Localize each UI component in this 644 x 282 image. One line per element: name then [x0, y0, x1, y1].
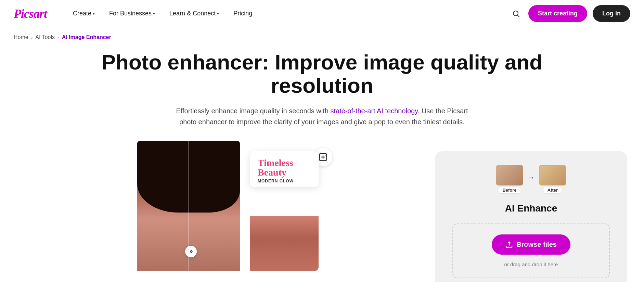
breadcrumb-separator-2: › — [57, 35, 59, 40]
left-panel: TimelessBeauty MODERN GLOW — [0, 141, 425, 271]
chevron-down-icon: ▾ — [93, 11, 95, 16]
chevron-down-icon: ▾ — [217, 11, 219, 16]
content-area: TimelessBeauty MODERN GLOW Before → Afte… — [0, 141, 644, 282]
highlight-text: state-of-the-art AI technology — [330, 107, 417, 115]
after-label: After — [543, 187, 562, 193]
nav-label-pricing: Pricing — [233, 10, 252, 17]
breadcrumb-home[interactable]: Home — [14, 34, 28, 40]
after-item: After — [539, 165, 566, 193]
drop-zone[interactable]: Browse files or drag and drop it here — [452, 223, 610, 278]
widget-title: AI Enhance — [505, 203, 557, 214]
upload-icon — [505, 241, 513, 248]
drop-text: or drag and drop it here — [504, 261, 558, 267]
nav-right: Start creating Log in — [509, 5, 630, 22]
enhance-icon — [318, 152, 328, 162]
nav-item-businesses[interactable]: For Businesses ▾ — [104, 7, 160, 20]
upload-widget: Before → After AI Enhance Browse files — [435, 151, 627, 282]
browse-files-button[interactable]: Browse files — [492, 234, 570, 255]
arrow-icon: → — [527, 173, 535, 182]
before-after-row: Before → After — [496, 165, 566, 193]
right-panel: Before → After AI Enhance Browse files — [425, 141, 644, 282]
breadcrumb: Home › AI Tools › AI Image Enhancer — [0, 27, 644, 44]
navbar: Picsart Create ▾ For Businesses ▾ Learn … — [0, 0, 644, 27]
overlay-card-subtitle: MODERN GLOW — [258, 179, 311, 183]
breadcrumb-separator-1: › — [31, 35, 33, 40]
overlay-card: TimelessBeauty MODERN GLOW — [250, 151, 319, 187]
chevron-down-icon: ▾ — [153, 11, 155, 16]
nav-label-learn: Learn & Connect — [169, 10, 216, 17]
nav-label-businesses: For Businesses — [109, 10, 152, 17]
start-creating-button[interactable]: Start creating — [528, 5, 587, 22]
nav-item-learn[interactable]: Learn & Connect ▾ — [164, 7, 224, 20]
portrait-bottom-face — [250, 216, 319, 271]
search-button[interactable] — [509, 7, 523, 21]
hero-subtitle: Effortlessly enhance image quality in se… — [168, 105, 476, 127]
breadcrumb-current: AI Image Enhancer — [62, 34, 111, 40]
before-thumbnail — [496, 165, 523, 185]
before-item: Before — [496, 165, 523, 193]
before-label: Before — [498, 187, 520, 193]
search-icon — [512, 10, 520, 18]
portrait-bottom — [250, 216, 319, 271]
logo[interactable]: Picsart — [14, 7, 47, 21]
hero-section: Photo enhancer: Improve image quality an… — [0, 44, 644, 141]
nav-links: Create ▾ For Businesses ▾ Learn & Connec… — [67, 7, 509, 20]
svg-line-1 — [517, 15, 519, 17]
overlay-card-title: TimelessBeauty — [258, 158, 311, 177]
after-thumbnail — [539, 165, 566, 185]
svg-point-0 — [513, 11, 518, 16]
breadcrumb-ai-tools[interactable]: AI Tools — [35, 34, 55, 40]
nav-item-create[interactable]: Create ▾ — [67, 7, 100, 20]
nav-label-create: Create — [73, 10, 91, 17]
photo-collage: TimelessBeauty MODERN GLOW — [137, 141, 329, 271]
nav-item-pricing[interactable]: Pricing — [228, 7, 258, 20]
hero-title: Photo enhancer: Improve image quality an… — [82, 51, 562, 97]
browse-label: Browse files — [516, 241, 557, 248]
login-button[interactable]: Log in — [593, 5, 630, 22]
slider-icon — [188, 248, 194, 255]
